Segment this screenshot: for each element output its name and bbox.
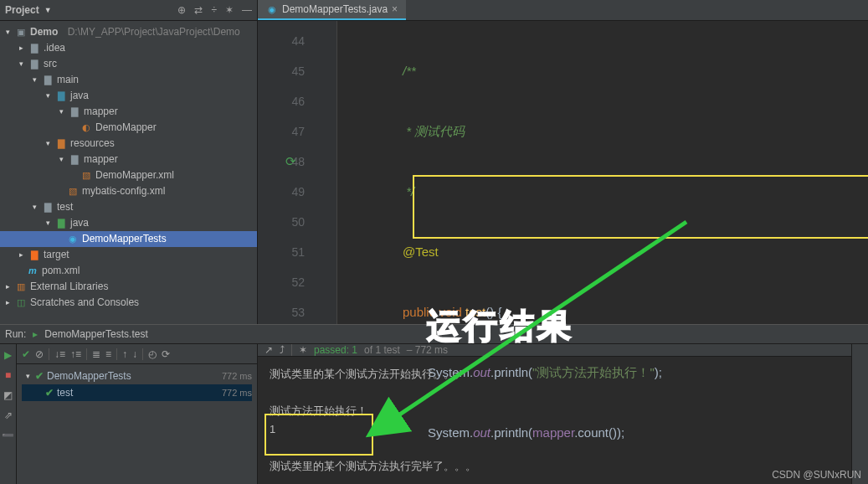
line-number: 53	[258, 297, 305, 327]
tree-mybatis-config[interactable]: ▧mybatis-config.xml	[0, 183, 257, 199]
interface-icon: ◐	[80, 122, 92, 134]
line-number: 46	[258, 86, 305, 116]
tree-label: External Libraries	[30, 279, 108, 295]
next-icon[interactable]: ↓	[132, 348, 137, 360]
check-icon[interactable]: ✔	[22, 348, 30, 360]
stop-icon[interactable]: ■	[5, 369, 11, 381]
project-tool-header: Project ▼ ⊕ ⇄ ÷ ✶ —	[0, 0, 258, 20]
project-label[interactable]: Project	[5, 4, 39, 16]
tree-label: .idea	[44, 40, 65, 56]
history-icon[interactable]: ⟳	[162, 348, 170, 360]
sort-down-icon[interactable]: ↓≡	[54, 348, 65, 360]
collapse-all-icon[interactable]: ≡	[105, 348, 111, 360]
tree-path: D:\MY_APP\Project\JavaProject\Demo	[68, 24, 240, 40]
sort-up-icon[interactable]: ↑≡	[70, 348, 81, 360]
watermark: CSDN @SUNxRUN	[772, 469, 861, 481]
run-config-name[interactable]: DemoMapperTests.test	[44, 328, 147, 340]
tree-main[interactable]: ▾▇main	[0, 72, 257, 88]
source-folder-icon: ▇	[55, 90, 67, 102]
tree-idea[interactable]: ▸▇.idea	[0, 40, 257, 56]
filter-disabled-icon[interactable]: ⊘	[35, 348, 44, 360]
project-dropdown-icon[interactable]: ▼	[44, 6, 52, 14]
run-gutter-icon[interactable]: ⟳	[285, 147, 296, 177]
tree-label: Demo	[30, 24, 58, 40]
gear-icon[interactable]: ✶	[225, 4, 234, 16]
test-label: test	[57, 387, 73, 399]
line-number: 51	[258, 237, 305, 267]
resources-folder-icon: ▇	[55, 138, 67, 150]
expand-icon[interactable]: ⇄	[194, 4, 203, 16]
test-label: DemoMapperTests	[47, 370, 131, 382]
code-token: void	[439, 305, 462, 319]
tab-demo-mapper-tests[interactable]: ◉ DemoMapperTests.java ×	[258, 0, 406, 20]
tree-label: mybatis-config.xml	[82, 183, 165, 199]
code-token: /**	[403, 64, 416, 78]
code-token: public	[403, 305, 435, 319]
code-token: test	[465, 305, 485, 319]
console-output[interactable]: 测试类里的某个测试方法开始执行。。。 测试方法开始执行！ 1 测试类里的某个测试…	[258, 357, 851, 484]
line-number: 44	[258, 26, 305, 56]
tree-external-libs[interactable]: ▸▥External Libraries	[0, 279, 257, 295]
test-root[interactable]: ▾✔DemoMapperTests772 ms	[22, 368, 252, 384]
tree-demo-mapper-xml[interactable]: ▧DemoMapper.xml	[0, 167, 257, 183]
test-time: 772 ms	[222, 388, 252, 398]
tree-test[interactable]: ▾▇test	[0, 199, 257, 215]
tree-label: test	[57, 199, 73, 215]
tree-demo-mapper-tests[interactable]: ◉DemoMapperTests	[0, 231, 257, 247]
tree-pom[interactable]: mpom.xml	[0, 263, 257, 279]
locate-icon[interactable]: ⊕	[177, 4, 186, 16]
export-all-icon[interactable]: ⤴	[280, 344, 285, 356]
run-test-toolbar: ✔ ⊘ ↓≡ ↑≡ ≣ ≡ ↑ ↓ ◴ ⟳	[17, 344, 257, 364]
code-editor[interactable]: 44 45 46 47 48⟳ 49 50 51 52 53 /** * 测试代…	[258, 21, 868, 324]
tree-mapper-res[interactable]: ▾▇mapper	[0, 152, 257, 167]
tree-target[interactable]: ▸▇target	[0, 247, 257, 263]
folder-icon: ▇	[69, 154, 80, 166]
expand-all-icon[interactable]: ≣	[92, 348, 100, 360]
top-bar: Project ▼ ⊕ ⇄ ÷ ✶ — ◉ DemoMapperTests.ja…	[0, 0, 868, 21]
prev-icon[interactable]: ↑	[122, 348, 127, 360]
export-icon[interactable]: ↗	[265, 344, 273, 356]
run-config-icon: ▸	[33, 328, 38, 340]
line-number: 49	[258, 177, 305, 207]
clock-icon[interactable]: ◴	[148, 348, 157, 360]
tree-mapper-pkg[interactable]: ▾▇mapper	[0, 104, 257, 120]
collapse-icon[interactable]: ÷	[211, 4, 217, 16]
settings-icon[interactable]: ✶	[299, 344, 307, 356]
tree-resources[interactable]: ▾▇resources	[0, 136, 257, 152]
package-icon: ▇	[69, 106, 80, 118]
pin-icon[interactable]: ⇗	[4, 409, 13, 421]
line-number: 47	[258, 116, 305, 147]
tree-src[interactable]: ▾▇src	[0, 56, 257, 72]
pass-icon: ✔	[35, 370, 44, 382]
editor-tabs: ◉ DemoMapperTests.java ×	[258, 0, 406, 20]
java-class-icon: ◉	[67, 234, 79, 245]
pass-icon: ✔	[45, 387, 54, 399]
hide-icon[interactable]: —	[242, 4, 252, 16]
run-left-actions: ▶ ■ ◩ ⇗ ➖	[0, 344, 17, 484]
xml-file-icon: ▧	[67, 186, 79, 198]
close-icon[interactable]: ×	[392, 3, 398, 15]
folder-icon: ▇	[28, 59, 40, 70]
layout-icon[interactable]: ◩	[3, 389, 13, 401]
minus-icon[interactable]: ➖	[2, 430, 14, 441]
tree-label: target	[44, 247, 69, 263]
tree-java[interactable]: ▾▇java	[0, 88, 257, 104]
project-header-icons: ⊕ ⇄ ÷ ✶ —	[177, 4, 252, 16]
tree-label: DemoMapperTests	[82, 231, 167, 247]
tree-demo-mapper[interactable]: ◐DemoMapper	[0, 120, 257, 136]
tree-label: mapper	[84, 104, 118, 120]
tree-root-demo[interactable]: ▾▣Demo D:\MY_APP\Project\JavaProject\Dem…	[0, 24, 257, 40]
code-token: () {	[485, 305, 501, 319]
code-area[interactable]: /** * 测试代码 */ @Test public void test() {…	[337, 21, 868, 324]
tree-scratches[interactable]: ▸◫Scratches and Consoles	[0, 295, 257, 311]
rerun-icon[interactable]: ▶	[4, 349, 12, 361]
main-area: ▾▣Demo D:\MY_APP\Project\JavaProject\Dem…	[0, 21, 868, 324]
test-leaf[interactable]: ✔test772 ms	[22, 384, 252, 401]
tree-label: DemoMapper.xml	[95, 167, 174, 183]
tree-label: DemoMapper	[95, 120, 157, 136]
test-folder-icon: ▇	[55, 218, 67, 229]
run-test-tree-panel: ✔ ⊘ ↓≡ ↑≡ ≣ ≡ ↑ ↓ ◴ ⟳ ▾✔DemoMapperTests7…	[17, 344, 258, 484]
tree-test-java[interactable]: ▾▇java	[0, 215, 257, 231]
run-tool-body: ▶ ■ ◩ ⇗ ➖ ✔ ⊘ ↓≡ ↑≡ ≣ ≡ ↑ ↓ ◴ ⟳ ▾✔DemoMa…	[0, 344, 868, 484]
tab-filename: DemoMapperTests.java	[282, 3, 388, 15]
